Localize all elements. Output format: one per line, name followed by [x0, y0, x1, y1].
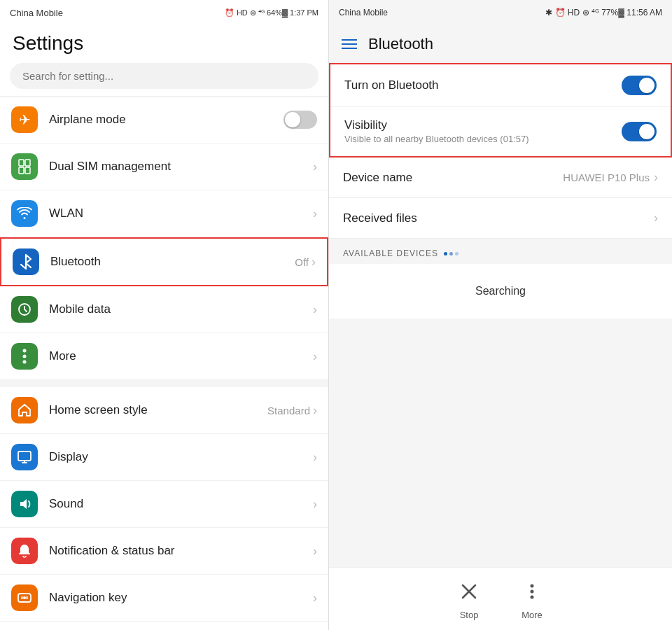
svg-rect-11 — [21, 596, 23, 599]
wlan-chevron: › — [313, 206, 317, 221]
mobiledata-icon — [11, 296, 38, 323]
searching-label: Searching — [475, 285, 526, 298]
empty-space — [329, 318, 672, 567]
bluetooth-bottom-bar: Stop More — [329, 567, 672, 630]
sound-chevron: › — [313, 497, 317, 512]
stop-label: Stop — [460, 610, 479, 620]
settings-item-homestyle[interactable]: Home screen style Standard › — [0, 387, 328, 434]
svg-point-7 — [23, 360, 27, 364]
bluetooth-label: Bluetooth — [50, 255, 295, 269]
wlan-icon — [11, 200, 38, 227]
right-status-bar: China Mobile ✱ ⏰ HD ⊛ ⁴ᴳ 77%▓ 11:56 AM — [329, 0, 672, 25]
homestyle-value: Standard — [267, 405, 310, 416]
svg-point-15 — [531, 584, 534, 588]
left-status-icons: ⏰ HD ⊛ ⁴ᴳ 64%▓ 1:37 PM — [225, 8, 318, 18]
svg-rect-3 — [25, 167, 30, 174]
device-name-row[interactable]: Device name HUAWEI P10 Plus › — [329, 158, 672, 198]
bluetooth-chevron: › — [312, 255, 316, 270]
more-dots-icon — [518, 578, 546, 606]
available-devices-label: AVAILABLE DEVICES — [343, 248, 438, 258]
settings-item-wlan[interactable]: WLAN › — [0, 190, 328, 237]
homestyle-icon — [11, 397, 38, 424]
searching-animation — [444, 252, 458, 255]
navkey-label: Navigation key — [49, 591, 313, 605]
bluetooth-value: Off — [295, 256, 309, 268]
notification-label: Notification & status bar — [49, 544, 313, 558]
homestyle-label: Home screen style — [49, 403, 267, 417]
settings-list: ✈ Airplane mode Dual SIM management › — [0, 97, 328, 630]
visibility-sub: Visible to all nearby Bluetooth devices … — [344, 134, 622, 144]
display-label: Display — [49, 450, 313, 464]
dualsim-icon — [11, 153, 38, 180]
airplane-icon: ✈ — [11, 106, 38, 133]
homestyle-chevron: › — [313, 403, 317, 418]
settings-panel: China Mobile ⏰ HD ⊛ ⁴ᴳ 64%▓ 1:37 PM Sett… — [0, 0, 329, 630]
svg-rect-12 — [26, 596, 28, 599]
airplane-label: Airplane mode — [49, 113, 284, 127]
more-button[interactable]: More — [518, 578, 546, 620]
svg-rect-8 — [18, 451, 31, 461]
device-name-chevron: › — [654, 170, 658, 185]
svg-rect-1 — [25, 160, 30, 166]
bluetooth-toggles-card: Turn on Bluetooth Visibility Visible to … — [329, 63, 672, 158]
svg-rect-2 — [19, 167, 24, 174]
mobiledata-chevron: › — [313, 302, 317, 317]
turn-on-toggle[interactable] — [622, 76, 657, 95]
settings-search-input[interactable] — [10, 63, 318, 89]
settings-item-more[interactable]: More › — [0, 333, 328, 380]
right-status-icons: ✱ ⏰ HD ⊛ ⁴ᴳ 77%▓ 11:56 AM — [545, 8, 662, 18]
bluetooth-panel: China Mobile ✱ ⏰ HD ⊛ ⁴ᴳ 77%▓ 11:56 AM B… — [329, 0, 672, 630]
more-label: More — [49, 349, 313, 363]
wlan-label: WLAN — [49, 206, 313, 220]
bluetooth-title: Bluetooth — [368, 35, 433, 53]
dualsim-label: Dual SIM management — [49, 160, 313, 174]
received-files-label: Received files — [343, 211, 654, 225]
bluetooth-icon — [13, 248, 39, 275]
sound-label: Sound — [49, 497, 313, 511]
received-files-chevron: › — [654, 211, 658, 225]
left-carrier: China Mobile — [10, 8, 63, 18]
settings-title: Settings — [0, 25, 328, 60]
settings-item-navkey[interactable]: Navigation key › — [0, 575, 328, 622]
received-files-row[interactable]: Received files › — [329, 198, 672, 239]
svg-rect-0 — [19, 160, 24, 166]
visibility-toggle[interactable] — [622, 122, 657, 141]
sound-icon — [11, 491, 38, 517]
device-name-value: HUAWEI P10 Plus — [563, 172, 650, 183]
airplane-toggle[interactable] — [284, 111, 317, 129]
section-gap-1 — [0, 380, 328, 387]
searching-row: Searching — [329, 264, 672, 318]
more-icon — [11, 343, 38, 370]
settings-item-notification[interactable]: Notification & status bar › — [0, 528, 328, 575]
bluetooth-content: Turn on Bluetooth Visibility Visible to … — [329, 63, 672, 630]
visibility-row[interactable]: Visibility Visible to all nearby Bluetoo… — [330, 107, 671, 156]
right-carrier: China Mobile — [339, 8, 388, 18]
notification-chevron: › — [313, 544, 317, 559]
svg-point-5 — [23, 349, 27, 353]
notification-icon — [11, 538, 38, 564]
settings-item-mobiledata[interactable]: Mobile data › — [0, 286, 328, 333]
settings-item-dualsim[interactable]: Dual SIM management › — [0, 144, 328, 190]
display-icon — [11, 444, 38, 470]
settings-item-display[interactable]: Display › — [0, 434, 328, 481]
svg-point-6 — [23, 355, 27, 358]
available-devices-header: AVAILABLE DEVICES — [329, 239, 672, 264]
device-name-label: Device name — [343, 171, 563, 185]
svg-point-17 — [531, 596, 534, 599]
turn-on-row[interactable]: Turn on Bluetooth — [330, 64, 671, 107]
more-label: More — [522, 610, 542, 620]
stop-button[interactable]: Stop — [455, 578, 483, 620]
navkey-icon — [11, 584, 38, 611]
stop-icon — [455, 578, 483, 606]
settings-item-sound[interactable]: Sound › — [0, 481, 328, 528]
mobiledata-label: Mobile data — [49, 302, 313, 316]
dualsim-chevron: › — [313, 160, 317, 174]
menu-icon[interactable] — [342, 39, 357, 49]
navkey-chevron: › — [313, 591, 317, 606]
settings-item-airplane[interactable]: ✈ Airplane mode — [0, 97, 328, 144]
visibility-label: Visibility — [344, 118, 622, 132]
more-chevron: › — [313, 349, 317, 364]
left-status-bar: China Mobile ⏰ HD ⊛ ⁴ᴳ 64%▓ 1:37 PM — [0, 0, 328, 25]
display-chevron: › — [313, 450, 317, 465]
settings-item-bluetooth[interactable]: Bluetooth Off › — [0, 237, 328, 286]
